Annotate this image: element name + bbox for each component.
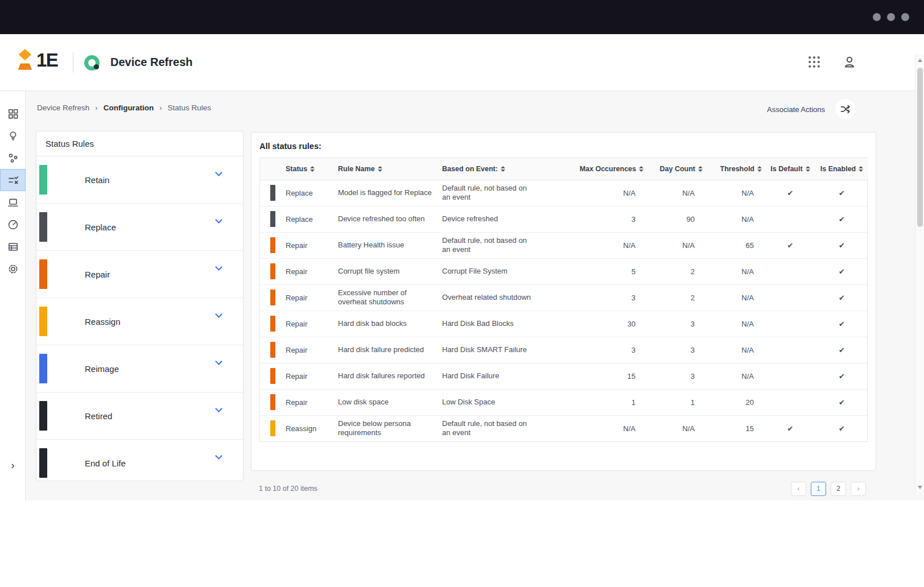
status-group-reimage[interactable]: Reimage xyxy=(36,345,243,392)
table-row[interactable]: Reassign Device below persona requiremen… xyxy=(260,415,868,441)
cell-rule-name: Device refreshed too often xyxy=(338,206,442,232)
rules-check-icon xyxy=(7,175,19,186)
cell-is-enabled: ✔ xyxy=(815,232,868,258)
sidebar-item-connections[interactable] xyxy=(0,147,26,169)
pagination-next-button[interactable]: › xyxy=(851,482,866,496)
table-row[interactable]: Repair Excessive number of overheat shut… xyxy=(260,284,868,311)
scroll-down-icon[interactable] xyxy=(918,486,922,489)
table-row[interactable]: Replace Model is flagged for Replace Def… xyxy=(260,180,868,206)
sidebar-item-performance[interactable] xyxy=(0,213,26,235)
column-status[interactable]: Status xyxy=(286,158,338,180)
cell-is-enabled: ✔ xyxy=(815,206,868,232)
pagination-page-1-button[interactable]: 1 xyxy=(811,482,826,496)
chevron-down-icon[interactable] xyxy=(215,311,222,318)
chevron-down-icon[interactable] xyxy=(215,358,222,365)
sidebar: › xyxy=(0,91,26,501)
pagination-prev-button[interactable]: ‹ xyxy=(791,482,806,496)
breadcrumb-configuration[interactable]: Configuration xyxy=(104,104,154,112)
chevron-down-icon[interactable] xyxy=(215,216,222,224)
column-threshold[interactable]: Threshold xyxy=(706,158,765,180)
column-day-count[interactable]: Day Count xyxy=(647,158,706,180)
column-max-occurences[interactable]: Max Occurences xyxy=(574,158,647,180)
status-color-bar xyxy=(39,307,47,336)
breadcrumb-status-rules[interactable]: Status Rules xyxy=(167,104,211,112)
cell-status: Repair xyxy=(286,363,338,389)
vertical-scrollbar[interactable] xyxy=(915,54,924,494)
cell-max-occurences: 30 xyxy=(574,311,647,337)
column-rule-name[interactable]: Rule Name xyxy=(338,158,442,180)
cell-is-enabled: ✔ xyxy=(815,284,868,311)
cell-is-enabled: ✔ xyxy=(815,415,868,441)
status-group-end-of-life[interactable]: End of Life xyxy=(36,440,243,481)
cell-status: Replace xyxy=(286,206,338,232)
status-group-repair[interactable]: Repair xyxy=(36,251,243,298)
status-group-retired[interactable]: Retired xyxy=(36,392,243,440)
scrollbar-thumb[interactable] xyxy=(917,68,923,227)
status-color-bar xyxy=(270,420,275,436)
associate-actions-button[interactable]: Associate Actions xyxy=(767,105,825,114)
cell-based-on-event: Hard Disk SMART Failure xyxy=(442,337,574,363)
pagination-page-2-button[interactable]: 2 xyxy=(831,482,846,496)
sort-icon[interactable] xyxy=(378,166,382,172)
sidebar-item-settings[interactable] xyxy=(0,258,26,280)
sidebar-item-reports[interactable] xyxy=(0,235,26,258)
column-based-on-event[interactable]: Based on Event: xyxy=(442,158,574,180)
table-row[interactable]: Repair Hard disk failure predicted Hard … xyxy=(260,337,868,363)
status-group-replace[interactable]: Replace xyxy=(36,204,243,251)
sidebar-item-status-rules[interactable] xyxy=(0,169,26,191)
table-row[interactable]: Repair Battery Health issue Default rule… xyxy=(260,232,868,258)
shuffle-icon[interactable] xyxy=(835,99,856,119)
status-color-bar xyxy=(39,165,47,195)
status-group-reassign[interactable]: Reassign xyxy=(36,298,243,345)
column-is-enabled[interactable]: Is Enabled xyxy=(815,158,868,180)
cell-threshold: N/A xyxy=(706,284,765,311)
table-row[interactable]: Repair Hard disk failures reported Hard … xyxy=(260,363,868,389)
sort-icon[interactable] xyxy=(757,166,762,172)
cell-max-occurences: N/A xyxy=(574,232,647,258)
status-color-bar xyxy=(39,259,47,289)
chevron-down-icon[interactable] xyxy=(215,452,222,460)
sort-icon[interactable] xyxy=(806,166,810,172)
status-group-label: Replace xyxy=(85,222,116,232)
expand-sidebar-icon[interactable]: › xyxy=(0,460,26,471)
sidebar-item-insights[interactable] xyxy=(0,125,26,147)
cell-based-on-event: Device refreshed xyxy=(442,206,574,232)
table-row[interactable]: Repair Corrupt file system Corrupt File … xyxy=(260,258,868,284)
apps-grid-icon[interactable] xyxy=(807,55,822,69)
cell-threshold: 15 xyxy=(706,415,765,441)
cell-status: Repair xyxy=(286,337,338,363)
sort-icon[interactable] xyxy=(859,166,863,172)
chevron-down-icon[interactable] xyxy=(215,405,222,412)
window-control-dot[interactable] xyxy=(873,13,881,21)
cell-status: Repair xyxy=(286,232,338,258)
cell-max-occurences: N/A xyxy=(574,180,647,206)
company-logo[interactable]: 1E xyxy=(17,49,57,72)
window-control-dot[interactable] xyxy=(887,13,895,21)
column-is-default[interactable]: Is Default xyxy=(765,158,815,180)
status-group-retain[interactable]: Retain xyxy=(36,156,243,204)
status-color-bar xyxy=(270,316,275,332)
table-row[interactable]: Repair Low disk space Low Disk Space 1 1… xyxy=(260,389,868,415)
sidebar-item-dashboard[interactable] xyxy=(0,102,26,125)
cell-indicator xyxy=(260,337,286,363)
cell-threshold: N/A xyxy=(706,180,765,206)
sort-icon[interactable] xyxy=(639,166,644,172)
sort-icon[interactable] xyxy=(698,166,703,172)
status-color-bar xyxy=(39,212,47,242)
table-row[interactable]: Repair Hard disk bad blocks Hard Disk Ba… xyxy=(260,311,868,337)
chevron-down-icon[interactable] xyxy=(215,263,222,271)
cell-day-count: N/A xyxy=(647,232,706,258)
status-color-bar xyxy=(39,448,47,478)
cell-max-occurences: 3 xyxy=(574,284,647,311)
cell-indicator xyxy=(260,284,286,311)
table-row[interactable]: Replace Device refreshed too often Devic… xyxy=(260,206,868,232)
user-icon[interactable] xyxy=(842,55,857,69)
breadcrumb-device-refresh[interactable]: Device Refresh xyxy=(37,104,89,112)
chevron-down-icon[interactable] xyxy=(215,169,222,176)
window-control-dot[interactable] xyxy=(901,13,909,21)
cell-indicator xyxy=(260,389,286,415)
sort-icon[interactable] xyxy=(310,166,315,172)
sidebar-item-devices[interactable] xyxy=(0,191,26,213)
sort-icon[interactable] xyxy=(501,166,505,172)
scroll-up-icon[interactable] xyxy=(918,59,922,62)
